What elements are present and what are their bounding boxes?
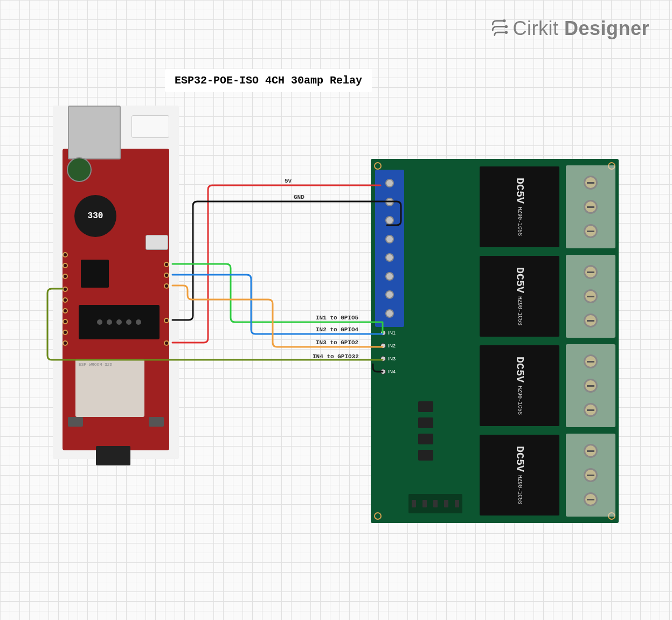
pin-left-h — [63, 340, 68, 346]
optocoupler — [418, 434, 433, 444]
inductor-330: 330 — [74, 195, 116, 237]
pin-left-e — [63, 308, 68, 314]
output-terminal-1 — [566, 165, 615, 248]
wire-label-in2: IN2 to GPIO4 — [316, 326, 358, 333]
relay-3: DC5V HZ90-1C5S — [480, 345, 559, 426]
optocoupler — [418, 401, 433, 412]
svg-point-2 — [505, 31, 508, 34]
pin-left-b — [63, 263, 68, 268]
output-terminal-3 — [566, 344, 615, 427]
wire-in1 — [172, 264, 383, 333]
relay-module-4ch[interactable]: IN1 IN2 IN3 IN4 DC5V HZ90-1C5S DC5V HZ90… — [371, 159, 619, 523]
pin-gpio5 — [164, 262, 169, 267]
brand-logo: Cirkit Designer — [489, 17, 649, 40]
capacitor — [67, 157, 92, 182]
mounting-hole — [374, 162, 382, 170]
wire-gnd — [172, 201, 401, 320]
boot-button — [149, 417, 164, 427]
pin-gnd — [164, 318, 169, 323]
optocoupler — [418, 417, 433, 428]
wire-in2 — [172, 275, 383, 334]
wire-label-in1: IN1 to GPIO5 — [316, 315, 358, 321]
esp32-poe-iso-board[interactable]: 330 ESP-WROOM-32D — [53, 106, 179, 459]
micro-usb-port — [146, 235, 168, 250]
optocoupler — [418, 450, 433, 461]
status-led-strip — [408, 494, 462, 513]
pin-5v — [164, 340, 169, 346]
diagram-canvas[interactable]: Cirkit Designer ESP32-POE-ISO 4CH 30amp … — [0, 0, 672, 620]
pin-gpio32 — [63, 287, 68, 292]
svg-point-1 — [505, 25, 508, 28]
antenna — [96, 446, 130, 465]
pin-left-f — [63, 319, 68, 324]
esp-wroom-shield: ESP-WROOM-32D — [75, 359, 144, 417]
reset-button — [68, 417, 83, 427]
svg-point-0 — [503, 19, 506, 22]
wire-label-5v: 5v — [285, 178, 292, 184]
relay-4: DC5V HZ90-1C5S — [480, 435, 559, 515]
cirkit-icon — [489, 19, 508, 38]
circuit-title-label: ESP32-POE-ISO 4CH 30amp Relay — [165, 69, 372, 92]
relay-2: DC5V HZ90-1C5S — [480, 256, 559, 337]
pin-gpio2 — [164, 283, 169, 289]
ic-chip — [81, 260, 109, 288]
input-pin-header: IN1 IN2 IN3 IN4 — [380, 330, 407, 374]
pin-left-d — [63, 297, 68, 303]
output-terminal-2 — [566, 255, 615, 338]
ethernet-jack — [68, 106, 121, 159]
brand-text: Cirkit Designer — [512, 17, 649, 40]
uext-header — [79, 305, 160, 339]
wire-label-in4: IN4 to GPIO32 — [313, 353, 359, 360]
pin-left-c — [63, 274, 68, 279]
relay-1: DC5V HZ90-1C5S — [480, 166, 559, 247]
output-terminal-4 — [566, 434, 615, 517]
mounting-hole — [374, 512, 382, 520]
pin-gpio4 — [164, 273, 169, 278]
jst-connector — [131, 115, 169, 138]
power-terminal-block — [375, 170, 404, 327]
pin-left-g — [63, 330, 68, 335]
wire-label-gnd: GND — [294, 194, 304, 200]
pin-left-a — [63, 252, 68, 257]
wire-label-in3: IN3 to GPIO2 — [316, 339, 358, 346]
